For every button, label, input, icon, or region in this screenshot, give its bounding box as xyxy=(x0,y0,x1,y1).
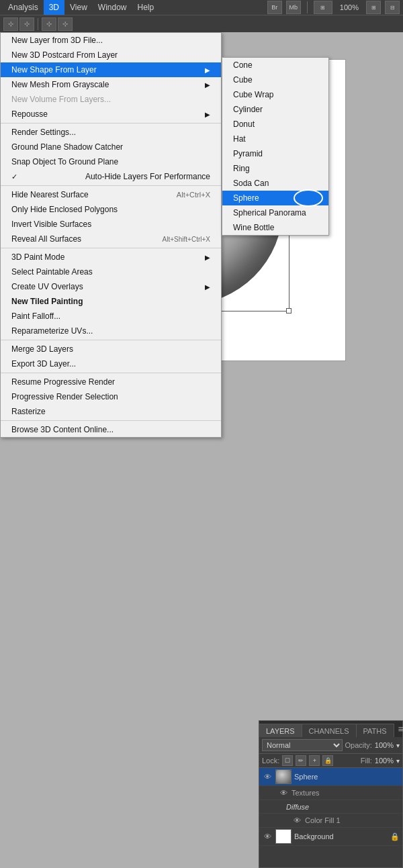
menu-paint-falloff[interactable]: Paint Falloff... xyxy=(1,309,221,324)
sublayer-name-colorfill: Color Fill 1 xyxy=(305,816,341,824)
bridge-button[interactable]: Br xyxy=(267,1,282,14)
layers-controls: Normal Opacity: 100% ▾ xyxy=(259,737,402,754)
layout-btn[interactable]: ⊟ xyxy=(385,1,400,14)
toolbar-sep xyxy=(307,1,308,13)
submenu-hat[interactable]: Hat xyxy=(222,132,328,146)
menu-auto-hide[interactable]: Auto-Hide Layers For Performance xyxy=(1,169,221,184)
menu-new-postcard[interactable]: New 3D Postcard From Layer xyxy=(1,48,221,62)
submenu-cylinder[interactable]: Cylinder xyxy=(222,102,328,117)
menu-rasterize[interactable]: Rasterize xyxy=(1,404,221,419)
submenu-ring[interactable]: Ring xyxy=(222,161,328,176)
sep-2 xyxy=(1,185,221,186)
handle-br[interactable] xyxy=(286,308,292,314)
dropdown-container: New Layer from 3D File... New 3D Postcar… xyxy=(0,32,222,438)
sublayer-name-textures: Textures xyxy=(292,789,320,797)
arrow-icon-uv: ▶ xyxy=(205,283,210,291)
menu-3d[interactable]: 3D xyxy=(44,0,64,15)
menu-view[interactable]: View xyxy=(64,0,93,15)
sep xyxy=(38,18,38,30)
sublayer-textures[interactable]: 👁 Textures xyxy=(259,786,402,800)
sep-4 xyxy=(1,340,221,340)
lock-paint-btn[interactable]: ✏ xyxy=(296,755,306,766)
lock-icon-background: 🔒 xyxy=(390,832,400,841)
layer-name-background: Background xyxy=(294,832,388,840)
layers-lock-row: Lock: ☐ ✏ + 🔒 Fill: 100% ▾ xyxy=(259,754,402,768)
submenu-cone[interactable]: Cone xyxy=(222,58,328,73)
lock-transparent-btn[interactable]: ☐ xyxy=(282,755,293,766)
sep-3 xyxy=(1,248,221,248)
toolbar: ⊹ ⊹ ⊹ ⊹ xyxy=(0,15,403,32)
eye-sphere[interactable]: 👁 xyxy=(262,771,273,782)
eye-background[interactable]: 👁 xyxy=(262,831,273,842)
menu-reveal-all[interactable]: Reveal All Surfaces Alt+Shift+Ctrl+X xyxy=(1,232,221,246)
menu-resume-render[interactable]: Resume Progressive Render xyxy=(1,375,221,389)
layer-item-background[interactable]: 👁 Background 🔒 xyxy=(259,828,402,846)
zoom-btn[interactable]: ⊞ xyxy=(366,1,381,14)
layer-name-sphere: Sphere xyxy=(294,773,400,781)
menu-analysis[interactable]: Analysis xyxy=(3,0,44,15)
opacity-arrow[interactable]: ▾ xyxy=(396,742,400,749)
menu-ground-shadow[interactable]: Ground Plane Shadow Catcher xyxy=(1,140,221,154)
eye-textures[interactable]: 👁 xyxy=(278,787,289,798)
eye-colorfill[interactable]: 👁 xyxy=(292,815,302,826)
submenu-spherical-panorama[interactable]: Spherical Panorama xyxy=(222,205,328,220)
menu-render-settings[interactable]: Render Settings... xyxy=(1,125,221,140)
menu-new-mesh[interactable]: New Mesh From Grayscale ▶ xyxy=(1,77,221,92)
menu-reparameterize[interactable]: Reparameterize UVs... xyxy=(1,324,221,338)
tab-paths[interactable]: PATHS xyxy=(357,724,394,737)
menu-snap-object[interactable]: Snap Object To Ground Plane xyxy=(1,154,221,169)
menu-only-hide[interactable]: Only Hide Enclosed Polygons xyxy=(1,202,221,217)
submenu-wine-bottle[interactable]: Wine Bottle xyxy=(222,220,328,235)
menu-help[interactable]: Help xyxy=(132,0,160,15)
minibrige-button[interactable]: Mb xyxy=(286,1,301,14)
submenu-soda-can[interactable]: Soda Can xyxy=(222,176,328,191)
main-menu: New Layer from 3D File... New 3D Postcar… xyxy=(0,32,222,438)
arrow-icon-repousse: ▶ xyxy=(205,111,210,118)
layers-list: 👁 Sphere 👁 Textures Diffuse 👁 Color Fill… xyxy=(259,768,402,846)
menu-create-uv[interactable]: Create UV Overlays ▶ xyxy=(1,279,221,294)
menu-new-tiled[interactable]: New Tiled Painting xyxy=(1,294,221,309)
menu-select-paintable[interactable]: Select Paintable Areas xyxy=(1,264,221,279)
fill-label: Fill: xyxy=(361,757,372,765)
lock-position-btn[interactable]: + xyxy=(309,755,320,766)
menu-prog-render[interactable]: Progressive Render Selection xyxy=(1,389,221,404)
menu-export-3d[interactable]: Export 3D Layer... xyxy=(1,356,221,371)
layers-tabs: LAYERS CHANNELS PATHS ≡ xyxy=(259,721,402,737)
tool-2[interactable]: ⊹ xyxy=(19,17,34,31)
submenu-donut[interactable]: Donut xyxy=(222,117,328,132)
blend-mode-select[interactable]: Normal xyxy=(262,739,343,751)
submenu-cube-wrap[interactable]: Cube Wrap xyxy=(222,87,328,102)
arrow-icon-mesh: ▶ xyxy=(205,81,210,89)
menu-window[interactable]: Window xyxy=(93,0,132,15)
menu-new-shape[interactable]: New Shape From Layer ▶ xyxy=(1,62,221,77)
fill-arrow[interactable]: ▾ xyxy=(396,757,400,765)
layers-panel: LAYERS CHANNELS PATHS ≡ Normal Opacity: … xyxy=(259,720,403,868)
menu-3d-paint[interactable]: 3D Paint Mode ▶ xyxy=(1,250,221,264)
sublayer-colorfill[interactable]: 👁 Color Fill 1 xyxy=(259,814,402,828)
tool-3[interactable]: ⊹ xyxy=(42,17,56,31)
submenu-cube[interactable]: Cube xyxy=(222,73,328,87)
workspace-btn[interactable]: ⊞ xyxy=(314,1,332,14)
lock-all-btn[interactable]: 🔒 xyxy=(322,755,333,766)
tab-channels[interactable]: CHANNELS xyxy=(302,724,357,737)
arrow-icon: ▶ xyxy=(205,66,210,74)
arrow-icon-paint: ▶ xyxy=(205,254,210,261)
layer-item-sphere[interactable]: 👁 Sphere xyxy=(259,768,402,786)
menu-repousse[interactable]: Repousse ▶ xyxy=(1,107,221,122)
tab-layers[interactable]: LAYERS xyxy=(259,724,302,737)
tool-4[interactable]: ⊹ xyxy=(58,17,73,31)
sublayer-name-diffuse: Diffuse xyxy=(286,803,309,811)
menu-new-layer-3d[interactable]: New Layer from 3D File... xyxy=(1,33,221,48)
menu-browse-3d[interactable]: Browse 3D Content Online... xyxy=(1,422,221,437)
panel-menu-icon[interactable]: ≡ xyxy=(394,721,403,737)
sublayer-diffuse[interactable]: Diffuse xyxy=(259,800,402,814)
sep-6 xyxy=(1,420,221,421)
sep-1 xyxy=(1,123,221,124)
menu-new-volume: New Volume From Layers... xyxy=(1,92,221,107)
tool-1[interactable]: ⊹ xyxy=(3,17,18,31)
submenu-sphere[interactable]: Sphere xyxy=(222,191,328,205)
submenu-pyramid[interactable]: Pyramid xyxy=(222,146,328,161)
menu-hide-surface[interactable]: Hide Nearest Surface Alt+Ctrl+X xyxy=(1,187,221,202)
menu-invert-visible[interactable]: Invert Visible Surfaces xyxy=(1,217,221,232)
menu-merge-3d[interactable]: Merge 3D Layers xyxy=(1,342,221,356)
